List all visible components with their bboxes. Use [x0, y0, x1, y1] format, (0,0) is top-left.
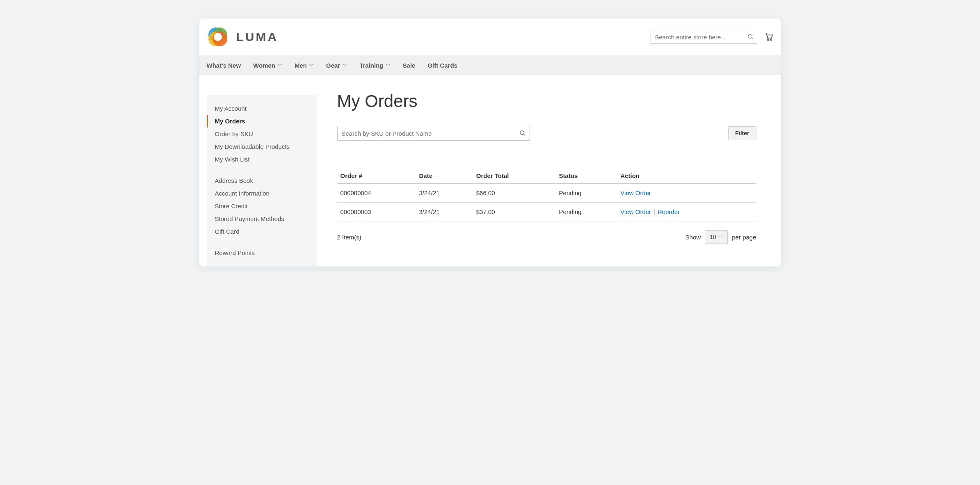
- page-size-value: 10: [710, 234, 716, 240]
- svg-point-7: [767, 39, 768, 41]
- table-row: 0000000043/24/21$66.00PendingView Order: [337, 184, 756, 203]
- cell-status: Pending: [556, 184, 617, 203]
- account-sidebar: My AccountMy OrdersOrder by SKUMy Downlo…: [207, 95, 317, 266]
- sidebar-item[interactable]: Store Credit: [207, 200, 317, 212]
- orders-table: Order #DateOrder TotalStatusAction 00000…: [337, 168, 756, 221]
- cell-order: 000000003: [337, 203, 416, 221]
- column-header: Date: [416, 168, 473, 184]
- sidebar-divider: [215, 242, 308, 242]
- cell-action: View Order|Reorder: [617, 203, 756, 221]
- paging-right: Show 10 ﹀ per page: [685, 230, 756, 244]
- sidebar-item[interactable]: My Downloadable Products: [207, 140, 317, 153]
- nav-label: Training: [359, 62, 383, 69]
- nav-item[interactable]: Gear﹀: [326, 62, 347, 69]
- logo-icon: [207, 26, 229, 48]
- chevron-down-icon: ﹀: [309, 62, 314, 68]
- svg-line-10: [523, 134, 525, 135]
- body: My AccountMy OrdersOrder by SKUMy Downlo…: [199, 75, 781, 266]
- per-page-label: per page: [732, 234, 756, 241]
- search-icon[interactable]: [747, 34, 754, 40]
- cell-order: 000000004: [337, 184, 416, 203]
- page-title: My Orders: [337, 91, 756, 111]
- global-search-wrap: [651, 30, 757, 44]
- show-label: Show: [685, 234, 701, 241]
- nav-item[interactable]: Gift Cards: [427, 62, 457, 69]
- nav-item[interactable]: Sale: [403, 62, 416, 69]
- nav-item[interactable]: Training﹀: [359, 62, 390, 69]
- header-right: [651, 30, 774, 44]
- table-header-row: Order #DateOrder TotalStatusAction: [337, 168, 756, 184]
- cell-date: 3/24/21: [416, 203, 473, 221]
- nav-label: Gift Cards: [427, 62, 457, 69]
- sku-search-wrap: [337, 126, 530, 141]
- filter-button[interactable]: Filter: [728, 126, 756, 140]
- nav-label: Women: [253, 62, 275, 69]
- cell-status: Pending: [556, 203, 617, 221]
- search-icon[interactable]: [519, 130, 526, 137]
- chevron-down-icon: ﹀: [343, 62, 347, 68]
- table-row: 0000000033/24/21$37.00PendingView Order|…: [337, 203, 756, 221]
- svg-point-5: [748, 34, 752, 38]
- nav-label: What's New: [207, 62, 241, 69]
- chevron-down-icon: ﹀: [386, 62, 391, 68]
- page-container: LUMA What's NewWomen﹀Men﹀Gear﹀Training﹀S…: [199, 18, 781, 266]
- sidebar-item[interactable]: Gift Card: [207, 225, 317, 238]
- chevron-down-icon: ﹀: [278, 62, 282, 68]
- item-count: 2 Item(s): [337, 234, 361, 241]
- sidebar-item[interactable]: Stored Payment Methods: [207, 212, 317, 225]
- action-separator: |: [651, 208, 658, 215]
- nav-label: Men: [295, 62, 307, 69]
- main-nav: What's NewWomen﹀Men﹀Gear﹀Training﹀SaleGi…: [199, 55, 781, 75]
- cell-total: $66.00: [473, 184, 556, 203]
- filter-row: Filter: [337, 126, 756, 153]
- main-content: My Orders Filter Order #DateOrder TotalS…: [317, 75, 781, 260]
- nav-label: Sale: [403, 62, 416, 69]
- action-link[interactable]: Reorder: [658, 208, 680, 215]
- sidebar-item[interactable]: My Orders: [207, 115, 317, 128]
- brand-name: LUMA: [236, 30, 279, 44]
- sidebar-item[interactable]: Account Information: [207, 187, 317, 200]
- table-body: 0000000043/24/21$66.00PendingView Order0…: [337, 184, 756, 221]
- cell-total: $37.00: [473, 203, 556, 221]
- cell-date: 3/24/21: [416, 184, 473, 203]
- global-search-input[interactable]: [651, 30, 757, 44]
- sidebar-divider: [215, 170, 308, 170]
- svg-point-9: [520, 131, 524, 134]
- sidebar-item[interactable]: My Account: [207, 102, 317, 115]
- nav-item[interactable]: Men﹀: [295, 62, 314, 69]
- sidebar-item[interactable]: My Wish List: [207, 153, 317, 166]
- svg-line-6: [752, 38, 753, 39]
- cart-icon[interactable]: [765, 32, 774, 41]
- nav-label: Gear: [326, 62, 340, 69]
- action-link[interactable]: View Order: [620, 189, 651, 196]
- column-header: Order #: [337, 168, 416, 184]
- column-header: Order Total: [473, 168, 556, 184]
- header: LUMA: [199, 18, 781, 55]
- nav-item[interactable]: Women﹀: [253, 62, 282, 69]
- sku-search-input[interactable]: [337, 126, 530, 141]
- action-link[interactable]: View Order: [620, 208, 651, 215]
- cell-action: View Order: [617, 184, 756, 203]
- column-header: Action: [617, 168, 756, 184]
- svg-point-8: [770, 39, 772, 41]
- sidebar-item[interactable]: Address Book: [207, 174, 317, 187]
- page-size-select[interactable]: 10 ﹀: [705, 230, 728, 244]
- nav-item[interactable]: What's New: [207, 62, 241, 69]
- paging: 2 Item(s) Show 10 ﹀ per page: [337, 230, 756, 244]
- chevron-down-icon: ﹀: [719, 234, 723, 240]
- sidebar-item[interactable]: Order by SKU: [207, 128, 317, 140]
- column-header: Status: [556, 168, 617, 184]
- sidebar-item[interactable]: Reward Points: [207, 246, 317, 259]
- logo[interactable]: LUMA: [207, 26, 279, 48]
- svg-point-4: [214, 33, 222, 41]
